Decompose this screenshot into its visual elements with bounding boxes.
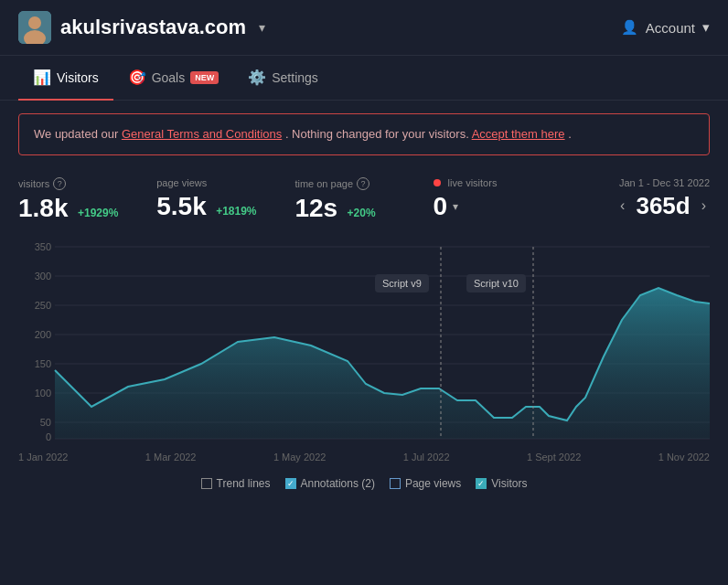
page-views-value-row: 5.5k +1819%	[156, 192, 294, 221]
live-visitors-label: live visitors	[434, 177, 572, 188]
page-views-change: +1819%	[216, 205, 256, 218]
goals-tab-label: Goals	[152, 70, 186, 85]
chart-container: 350 300 250 200 150 100 50 0	[18, 238, 710, 470]
live-value-row: 0 ▾	[434, 192, 572, 221]
visitors-value: 1.8k	[18, 194, 69, 222]
x-label-mar: 1 Mar 2022	[145, 452, 197, 463]
svg-text:350: 350	[35, 241, 51, 252]
visitors-legend-label: Visitors	[491, 477, 527, 490]
annotations-checkbox[interactable]: ✓	[285, 478, 296, 489]
site-chevron-icon[interactable]: ▾	[259, 20, 265, 35]
date-prev-arrow[interactable]: ‹	[616, 196, 628, 216]
page-views-value: 5.5k	[156, 192, 207, 220]
legend-visitors[interactable]: ✓ Visitors	[476, 477, 527, 490]
svg-text:150: 150	[35, 358, 51, 369]
account-label: Account	[646, 20, 695, 36]
tab-goals[interactable]: 🎯 Goals new	[113, 56, 234, 101]
page-views-legend-label: Page views	[405, 477, 461, 490]
stat-time-on-page: time on page ? 12s +20%	[294, 177, 433, 223]
stat-live-visitors: live visitors 0 ▾	[434, 177, 572, 221]
alert-text-after: .	[568, 127, 572, 141]
x-label-jul: 1 Jul 2022	[403, 452, 450, 463]
date-range-value: 365d	[636, 192, 690, 220]
visitors-value-row: 1.8k +1929%	[18, 194, 156, 223]
annotations-label: Annotations (2)	[301, 477, 375, 490]
account-user-icon: 👤	[621, 19, 638, 36]
chart-svg: 350 300 250 200 150 100 50 0	[18, 238, 710, 448]
legend-annotations[interactable]: ✓ Annotations (2)	[285, 477, 375, 490]
accept-link[interactable]: Accept them here	[472, 127, 565, 141]
time-on-page-value-row: 12s +20%	[294, 194, 433, 223]
svg-text:0: 0	[46, 431, 51, 442]
visitors-info-icon[interactable]: ?	[53, 177, 66, 190]
chart-area: 350 300 250 200 150 100 50 0	[18, 238, 710, 448]
legend: Trend lines ✓ Annotations (2) Page views…	[0, 470, 728, 501]
trend-lines-label: Trend lines	[217, 477, 271, 490]
annotation-v10-label: Script v10	[466, 274, 526, 292]
terms-link[interactable]: General Terms and Conditions	[122, 127, 282, 141]
stat-visitors: visitors ? 1.8k +1929%	[18, 177, 156, 223]
annotation-v9-label: Script v9	[375, 274, 429, 292]
page-views-checkbox[interactable]	[390, 478, 401, 489]
avatar-image	[18, 11, 51, 44]
page-views-label: page views	[156, 177, 294, 188]
tab-visitors[interactable]: 📊 Visitors	[18, 56, 113, 101]
svg-text:300: 300	[35, 271, 51, 282]
svg-text:100: 100	[35, 388, 51, 399]
header-left: akulsrivastava.com ▾	[18, 11, 265, 44]
live-dropdown-icon[interactable]: ▾	[453, 200, 458, 213]
svg-text:50: 50	[40, 417, 51, 428]
visitors-tab-icon: 📊	[33, 69, 51, 86]
legend-trend-lines[interactable]: Trend lines	[201, 477, 271, 490]
visitors-change: +1929%	[78, 207, 118, 219]
visitors-tab-label: Visitors	[57, 70, 99, 85]
live-visitors-value: 0	[434, 192, 448, 221]
live-dot-icon	[434, 179, 441, 186]
trend-lines-checkbox[interactable]	[201, 478, 212, 489]
goals-tab-icon: 🎯	[128, 69, 146, 86]
x-label-may: 1 May 2022	[273, 452, 326, 463]
stat-page-views: page views 5.5k +1819%	[156, 177, 294, 221]
x-label-sep: 1 Sept 2022	[527, 452, 581, 463]
goals-new-badge: new	[190, 71, 219, 84]
account-menu[interactable]: 👤 Account ▾	[621, 19, 710, 36]
header: akulsrivastava.com ▾ 👤 Account ▾	[0, 0, 728, 56]
svg-text:200: 200	[35, 329, 51, 340]
alert-banner: We updated our General Terms and Conditi…	[18, 113, 710, 155]
date-range-label: Jan 1 - Dec 31 2022	[616, 177, 710, 188]
alert-text-middle: . Nothing changed for your visitors.	[285, 127, 472, 141]
account-chevron-icon: ▾	[702, 19, 710, 36]
tab-settings[interactable]: ⚙️ Settings	[233, 56, 333, 101]
settings-tab-icon: ⚙️	[248, 69, 266, 86]
stats-row: visitors ? 1.8k +1929% page views 5.5k +…	[0, 168, 728, 229]
stat-date-range: Jan 1 - Dec 31 2022 ‹ 365d ›	[572, 177, 710, 220]
visitors-checkbox[interactable]: ✓	[476, 478, 487, 489]
nav-tabs: 📊 Visitors 🎯 Goals new ⚙️ Settings	[0, 56, 728, 101]
alert-text-before: We updated our	[34, 127, 122, 141]
visitors-label: visitors ?	[18, 177, 156, 190]
time-on-page-label: time on page ?	[294, 177, 433, 190]
svg-text:250: 250	[35, 300, 51, 311]
site-name[interactable]: akulsrivastava.com	[60, 16, 246, 39]
settings-tab-label: Settings	[272, 70, 318, 85]
legend-page-views[interactable]: Page views	[390, 477, 461, 490]
time-on-page-value: 12s	[294, 194, 337, 222]
date-nav: ‹ 365d ›	[616, 192, 710, 220]
x-label-jan: 1 Jan 2022	[18, 452, 68, 463]
time-on-page-change: +20%	[348, 207, 376, 219]
avatar	[18, 11, 51, 44]
time-info-icon[interactable]: ?	[357, 177, 369, 190]
x-axis: 1 Jan 2022 1 Mar 2022 1 May 2022 1 Jul 2…	[18, 448, 710, 470]
date-next-arrow[interactable]: ›	[698, 196, 710, 216]
x-label-nov: 1 Nov 2022	[658, 452, 710, 463]
